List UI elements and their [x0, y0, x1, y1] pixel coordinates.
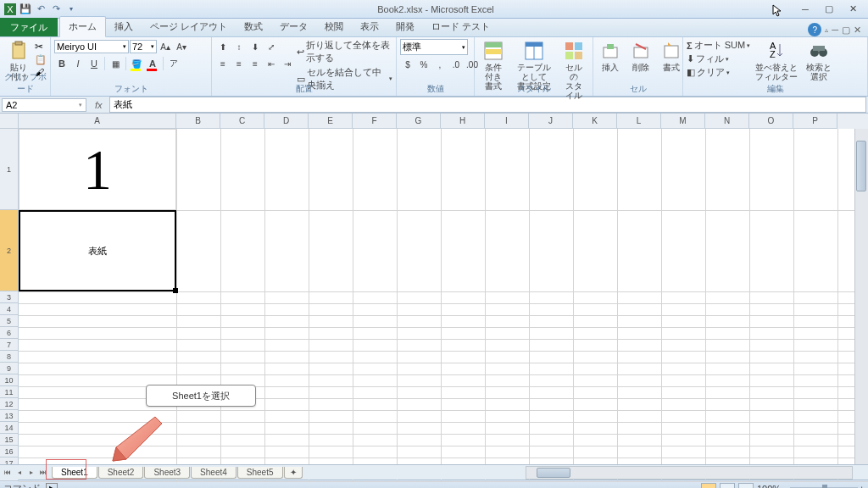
cell-a2-selected[interactable]: 表紙 — [19, 210, 176, 291]
save-icon[interactable]: 💾 — [19, 3, 32, 16]
fx-icon[interactable]: fx — [92, 100, 106, 110]
col-header-P[interactable]: P — [793, 114, 837, 129]
align-center-icon[interactable]: ≡ — [231, 56, 247, 71]
increase-decimal-icon[interactable]: .0 — [448, 57, 464, 72]
zoom-level[interactable]: 100% — [757, 484, 781, 489]
page-layout-view-button[interactable] — [720, 483, 735, 489]
copy-icon[interactable]: 📋 — [35, 54, 47, 65]
doc-restore[interactable]: ▢ — [842, 25, 850, 36]
sheet-tab-sheet5[interactable]: Sheet5 — [237, 467, 283, 479]
zoom-in-button[interactable]: + — [860, 484, 865, 489]
column-headers[interactable]: ABCDEFGHIJKLMNOP — [19, 114, 868, 129]
decrease-font-icon[interactable]: A▾ — [174, 39, 189, 54]
phonetic-button[interactable]: ア — [166, 56, 181, 71]
horizontal-scrollbar[interactable] — [526, 466, 853, 480]
underline-button[interactable]: U — [86, 56, 102, 71]
col-header-M[interactable]: M — [661, 114, 705, 129]
insert-cells-button[interactable]: 挿入 — [597, 39, 624, 74]
col-header-E[interactable]: E — [309, 114, 353, 129]
col-header-A[interactable]: A — [19, 114, 176, 129]
row-headers[interactable]: 123456789101112131415161718 — [0, 129, 19, 481]
col-header-N[interactable]: N — [705, 114, 749, 129]
row-header-3[interactable]: 3 — [0, 291, 19, 303]
undo-icon[interactable]: ↶ — [34, 3, 47, 16]
tab-pagelayout[interactable]: ページ レイアウト — [142, 17, 236, 36]
row-header-8[interactable]: 8 — [0, 351, 19, 363]
bold-button[interactable]: B — [54, 56, 70, 71]
delete-cells-button[interactable]: 削除 — [627, 39, 654, 74]
row-header-14[interactable]: 14 — [0, 422, 19, 434]
new-sheet-button[interactable]: ✦ — [284, 467, 303, 479]
sort-filter-button[interactable]: AZ 並べ替えと フィルター — [752, 39, 801, 83]
tab-home[interactable]: ホーム — [59, 16, 106, 37]
comma-icon[interactable]: , — [432, 57, 448, 72]
align-top-icon[interactable]: ⬆ — [215, 39, 231, 54]
zoom-out-button[interactable]: − — [782, 484, 787, 489]
row-header-5[interactable]: 5 — [0, 315, 19, 327]
row-header-9[interactable]: 9 — [0, 363, 19, 374]
currency-icon[interactable]: $ — [400, 57, 415, 72]
italic-button[interactable]: I — [70, 56, 86, 71]
doc-minimize[interactable]: ─ — [832, 25, 838, 35]
align-left-icon[interactable]: ≡ — [215, 56, 231, 71]
tab-formulas[interactable]: 数式 — [236, 17, 271, 36]
select-all-corner[interactable] — [0, 114, 19, 129]
font-color-button[interactable]: A — [145, 56, 160, 71]
sheet-nav-next[interactable]: ▸ — [25, 467, 37, 479]
col-header-J[interactable]: J — [529, 114, 573, 129]
sheet-nav-first[interactable]: ⏮ — [2, 467, 14, 479]
tab-file[interactable]: ファイル — [0, 18, 58, 36]
font-size-combo[interactable]: 72▾ — [130, 40, 157, 53]
doc-close[interactable]: ✕ — [854, 25, 861, 36]
font-name-combo[interactable]: Meiryo UI▾ — [54, 40, 129, 53]
tab-data[interactable]: データ — [271, 17, 316, 36]
find-select-button[interactable]: 検索と 選択 — [803, 39, 835, 83]
percent-icon[interactable]: % — [416, 57, 431, 72]
sheet-tab-sheet4[interactable]: Sheet4 — [191, 467, 236, 479]
fill-color-button[interactable]: 🪣 — [129, 56, 144, 71]
row-header-2[interactable]: 2 — [0, 210, 19, 291]
clear-button[interactable]: ◧クリア▾ — [687, 66, 750, 79]
row-header-4[interactable]: 4 — [0, 303, 19, 315]
qat-dropdown-icon[interactable]: ▾ — [64, 3, 78, 16]
row-header-13[interactable]: 13 — [0, 410, 19, 422]
col-header-C[interactable]: C — [220, 114, 264, 129]
vscroll-thumb[interactable] — [856, 141, 866, 191]
col-header-H[interactable]: H — [441, 114, 485, 129]
cut-icon[interactable]: ✂ — [35, 41, 47, 53]
align-right-icon[interactable]: ≡ — [248, 56, 263, 71]
name-box[interactable]: A2▾ — [2, 98, 86, 112]
align-bottom-icon[interactable]: ⬇ — [248, 39, 263, 54]
increase-indent-icon[interactable]: ⇥ — [280, 56, 295, 71]
tab-insert[interactable]: 挿入 — [106, 17, 142, 36]
ribbon-minimize-icon[interactable]: ▵ — [825, 26, 828, 34]
col-header-O[interactable]: O — [749, 114, 793, 129]
normal-view-button[interactable] — [701, 483, 716, 489]
row-header-15[interactable]: 15 — [0, 434, 19, 446]
row-header-11[interactable]: 11 — [0, 386, 19, 398]
row-header-10[interactable]: 10 — [0, 374, 19, 386]
tab-developer[interactable]: 開発 — [387, 17, 423, 36]
row-header-7[interactable]: 7 — [0, 339, 19, 351]
page-break-view-button[interactable] — [738, 483, 754, 489]
border-button[interactable]: ▦ — [108, 56, 123, 71]
col-header-I[interactable]: I — [485, 114, 529, 129]
cell-grid[interactable]: 1 表紙 Sheet1を選択 — [19, 129, 868, 481]
wrap-text-button[interactable]: ↩折り返して全体を表示する — [297, 39, 392, 64]
cell-a1[interactable]: 1 — [19, 129, 176, 210]
orientation-icon[interactable]: ⤢ — [264, 39, 279, 54]
col-header-B[interactable]: B — [176, 114, 220, 129]
align-middle-icon[interactable]: ↕ — [231, 39, 247, 54]
fill-button[interactable]: ⬇フィル▾ — [687, 53, 750, 65]
hscroll-thumb[interactable] — [537, 468, 570, 478]
tab-view[interactable]: 表示 — [352, 17, 387, 36]
tab-loadtest[interactable]: ロード テスト — [423, 17, 498, 36]
close-button[interactable]: ✕ — [844, 3, 861, 16]
row-header-12[interactable]: 12 — [0, 398, 19, 410]
format-cells-button[interactable]: 書式 — [658, 39, 685, 74]
fill-handle[interactable] — [173, 288, 178, 293]
help-icon[interactable]: ? — [808, 23, 821, 36]
maximize-button[interactable]: ▢ — [821, 3, 837, 16]
col-header-D[interactable]: D — [264, 114, 309, 129]
row-header-6[interactable]: 6 — [0, 327, 19, 339]
